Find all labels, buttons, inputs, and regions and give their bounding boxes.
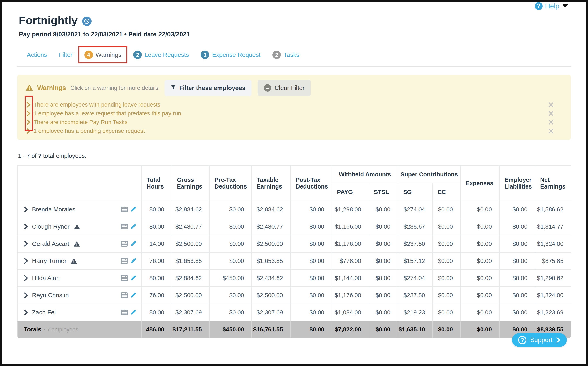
value-cell: $875.85 [535,252,571,269]
tab-tasks[interactable]: 2 Tasks [266,46,305,63]
col-header-post-tax-deductions: Post-Tax Deductions [291,166,332,201]
help-menu[interactable]: ? Help [535,2,568,10]
value-cell: $0.00 [461,235,499,252]
expand-chevron-icon[interactable] [24,275,28,281]
value-cell: $219.23 [398,304,433,321]
value-cell: $0.00 [433,252,461,269]
close-icon[interactable] [548,102,554,107]
chevron-right-icon[interactable] [26,111,31,116]
value-cell: $0.00 [369,269,398,287]
close-icon[interactable] [548,111,554,116]
warnings-panel: Warnings Click on a warning for more det… [17,75,571,140]
value-cell: $2,480.77 [172,218,209,235]
chevron-right-icon[interactable] [26,102,31,107]
col-header-sg: SG [398,183,433,201]
value-cell: $0.00 [209,218,252,235]
edit-pencil-icon[interactable] [130,309,136,315]
filter-these-employees-button[interactable]: Filter these employees [165,80,252,96]
tab-expense-request[interactable]: 1 Expense Request [195,46,266,63]
edit-pencil-icon[interactable] [130,258,136,264]
chevron-down-icon [563,5,568,8]
warning-item[interactable]: There are employees with pending leave r… [26,100,562,109]
tab-filter[interactable]: Filter [53,47,79,62]
edit-pencil-icon[interactable] [130,206,136,213]
expand-chevron-icon[interactable] [24,310,28,315]
value-cell: $1,324.00 [535,287,571,304]
col-header-net-earnings: Net Earnings [535,166,571,201]
employee-name: Hilda Alan [32,274,60,282]
value-cell: $0.00 [291,304,332,321]
totals-row: Totals7 employees 486.00$17,211.55$450.0… [17,321,571,338]
pay-notes-icon[interactable] [121,275,128,281]
support-button[interactable]: ? Support [512,333,567,347]
value-cell: $2,884.62 [252,201,291,218]
totals-value-cell: $0.00 [291,321,332,338]
col-header-taxable-earnings: Taxable Earnings [252,166,291,201]
value-cell: $0.00 [209,235,252,252]
edit-pencil-icon[interactable] [130,292,136,298]
close-icon[interactable] [548,120,554,125]
employee-row: Gerald Ascart 14.00$2,500.00$0.00$2,500.… [17,235,571,252]
warnings-panel-subtitle: Click on a warning for more details [71,85,159,91]
warning-text: 1 employee has a leave request that pred… [34,110,181,117]
value-cell: $0.00 [291,201,332,218]
employee-row: Hilda Alan 80.00$2,884.62$450.00$2,434.6… [17,269,571,287]
help-icon: ? [535,2,542,10]
value-cell: $0.00 [209,304,252,321]
value-cell: $0.00 [433,304,461,321]
clear-filter-button[interactable]: Clear Filter [258,80,311,96]
name-column-header [17,166,142,201]
expand-chevron-icon[interactable] [24,224,28,229]
value-cell: 76.00 [142,287,172,304]
col-header-total-hours: Total Hours [142,166,172,201]
tab-warnings[interactable]: 4 Warnings [79,46,127,63]
pay-notes-icon[interactable] [121,310,128,315]
value-cell: $0.00 [499,287,535,304]
value-cell: $0.00 [209,201,252,218]
tab-leave-requests[interactable]: 2 Leave Requests [127,46,195,63]
edit-pencil-icon[interactable] [130,241,136,247]
chevron-right-icon[interactable] [26,119,31,125]
pay-notes-icon[interactable] [121,258,128,264]
minus-circle-icon [264,84,271,92]
employee-name: Gerald Ascart [32,240,69,247]
pay-notes-icon[interactable] [121,292,128,298]
value-cell: $778.00 [332,252,369,269]
warning-item[interactable]: 1 employee has a leave request that pred… [26,109,562,118]
expand-chevron-icon[interactable] [24,206,28,212]
pay-notes-icon[interactable] [121,241,128,247]
value-cell: 80.00 [142,304,172,321]
value-cell: $0.00 [461,287,499,304]
tab-actions[interactable]: Actions [21,47,53,62]
warning-item[interactable]: There are incomplete Pay Run Tasks [26,118,562,127]
expand-chevron-icon[interactable] [24,292,28,298]
value-cell: 80.00 [142,218,172,235]
pay-run-page: ? Help Fortnightly Pay period 9/03/2021 … [2,2,586,364]
chevron-right-icon[interactable] [26,128,31,134]
value-cell: $0.00 [369,287,398,304]
pay-notes-icon[interactable] [121,206,128,212]
value-cell: $1,653.85 [252,252,291,269]
warning-item[interactable]: 1 employee has a pending expense request [26,127,562,135]
pay-notes-icon[interactable] [121,224,128,229]
edit-pencil-icon[interactable] [130,275,136,281]
col-header-expenses: Expenses [461,166,499,201]
employee-name: Zach Fei [32,309,56,316]
value-cell: $0.00 [461,218,499,235]
col-header-stsl: STSL [369,183,398,201]
value-cell: $1,298.00 [332,201,369,218]
totals-value-cell: 486.00 [142,321,172,338]
warning-text: 1 employee has a pending expense request [34,128,145,134]
expand-chevron-icon[interactable] [24,258,28,264]
col-header-gross-earnings: Gross Earnings [172,166,209,201]
employee-warning-icon [74,241,80,247]
edit-pencil-icon[interactable] [130,223,136,230]
expand-chevron-icon[interactable] [24,241,28,247]
close-icon[interactable] [548,128,554,134]
value-cell: $1,314.77 [535,218,571,235]
value-cell: 76.00 [142,252,172,269]
employee-count-line: 1 - 7 of 7 total employees. [17,152,571,159]
employee-rows: Brenda Morales 80.00$2,884.62$0.00$2,884… [17,201,571,321]
warning-list: There are employees with pending leave r… [26,100,562,135]
value-cell: $0.00 [209,252,252,269]
